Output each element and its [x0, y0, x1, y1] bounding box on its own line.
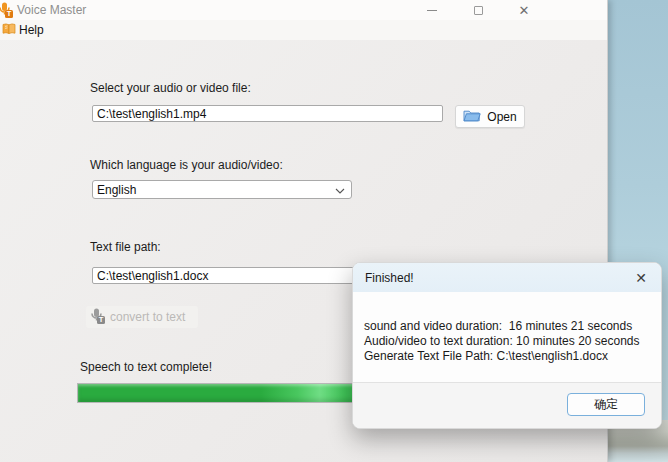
close-icon: ✕: [519, 4, 530, 17]
file-field-label: Select your audio or video file:: [90, 81, 251, 95]
dialog-title: Finished!: [365, 271, 414, 285]
language-field-label: Which language is your audio/video:: [90, 158, 283, 172]
open-button[interactable]: Open: [455, 105, 525, 128]
dialog-footer: 确定: [353, 382, 661, 428]
help-book-icon: [2, 21, 16, 39]
microphone-app-icon: T: [0, 2, 13, 18]
maximize-button[interactable]: [455, 0, 501, 20]
folder-icon: [463, 108, 481, 125]
ok-button[interactable]: 确定: [567, 393, 645, 416]
screen: T Voice Master ✕ Hel: [0, 0, 668, 462]
svg-text:T: T: [99, 315, 104, 324]
dialog-close-icon[interactable]: ✕: [633, 269, 649, 287]
window-title: Voice Master: [17, 3, 86, 17]
file-path-input[interactable]: [92, 105, 443, 122]
finished-dialog: Finished! ✕ sound and video duration: 16…: [352, 262, 662, 429]
svg-text:T: T: [7, 9, 12, 18]
menubar: Help: [0, 20, 607, 40]
menu-help[interactable]: Help: [0, 20, 48, 40]
menu-help-label: Help: [19, 23, 44, 37]
language-select[interactable]: English: [92, 180, 352, 199]
minimize-icon: [427, 10, 437, 11]
open-button-label: Open: [487, 110, 516, 124]
dialog-message-line: sound and video duration: 16 minutes 21 …: [364, 319, 661, 334]
chevron-down-icon: [335, 183, 345, 197]
dialog-titlebar: Finished! ✕: [353, 263, 661, 292]
output-field-label: Text file path:: [90, 240, 161, 254]
window-controls: ✕: [409, 0, 547, 20]
titlebar: T Voice Master ✕: [0, 0, 607, 20]
convert-button-label: convert to text: [110, 310, 185, 324]
close-button[interactable]: ✕: [501, 0, 547, 20]
maximize-icon: [474, 6, 483, 15]
language-selected-value: English: [97, 183, 335, 197]
convert-to-text-button[interactable]: T convert to text: [86, 306, 198, 328]
dialog-message-line: Generate Text File Path: C:\test\english…: [364, 349, 661, 364]
dialog-message-line: Audio/video to text duration: 10 minutes…: [364, 334, 661, 349]
status-text: Speech to text complete!: [80, 360, 212, 374]
dialog-body: sound and video duration: 16 minutes 21 …: [353, 292, 661, 382]
microphone-icon: T: [89, 308, 105, 327]
minimize-button[interactable]: [409, 0, 455, 20]
